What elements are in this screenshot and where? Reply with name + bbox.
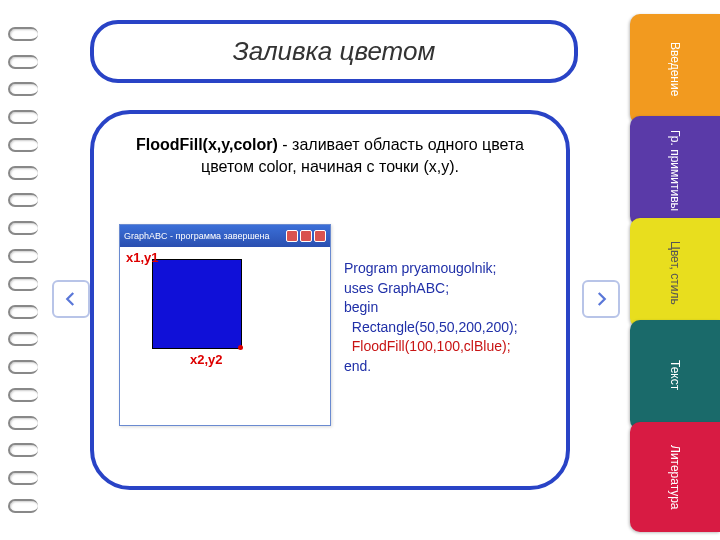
spiral-binding — [8, 20, 48, 520]
side-tabs: Введение Гр. примитивы Цвет, стиль Текст… — [630, 14, 720, 524]
page-title: Заливка цветом — [233, 36, 435, 67]
tab-color[interactable]: Цвет, стиль — [630, 218, 720, 328]
tab-intro[interactable]: Введение — [630, 14, 720, 124]
code-line: Rectangle(50,50,200,200); — [344, 318, 518, 338]
label-p1: x1,y1 — [126, 251, 159, 265]
dot-p2 — [238, 345, 243, 350]
tab-lit[interactable]: Литература — [630, 422, 720, 532]
window-buttons — [286, 230, 326, 242]
tab-primitives[interactable]: Гр. примитивы — [630, 116, 720, 226]
code-line: FloodFill(100,100,clBlue); — [344, 337, 518, 357]
code-line: Program pryamougolnik; — [344, 259, 518, 279]
example-window: GraphABC - программа завершена x1,y1 x2,… — [119, 224, 331, 426]
window-titlebar: GraphABC - программа завершена — [120, 225, 330, 247]
code-line: end. — [344, 357, 518, 377]
prev-button[interactable] — [52, 280, 90, 318]
code-listing: Program pryamougolnik; uses GraphABC; be… — [344, 259, 518, 377]
label-p2: x2,y2 — [190, 353, 223, 367]
description: FloodFill(x,y,color) - заливает область … — [119, 134, 541, 177]
desc-bold: FloodFill(x,y,color) — [136, 136, 278, 153]
chevron-left-icon — [62, 290, 80, 308]
blue-square — [152, 259, 242, 349]
page-title-box: Заливка цветом — [90, 20, 578, 83]
tab-text[interactable]: Текст — [630, 320, 720, 430]
next-button[interactable] — [582, 280, 620, 318]
window-title-text: GraphABC - программа завершена — [124, 231, 270, 241]
code-line: uses GraphABC; — [344, 279, 518, 299]
content-panel: FloodFill(x,y,color) - заливает область … — [90, 110, 570, 490]
chevron-right-icon — [592, 290, 610, 308]
code-line: begin — [344, 298, 518, 318]
